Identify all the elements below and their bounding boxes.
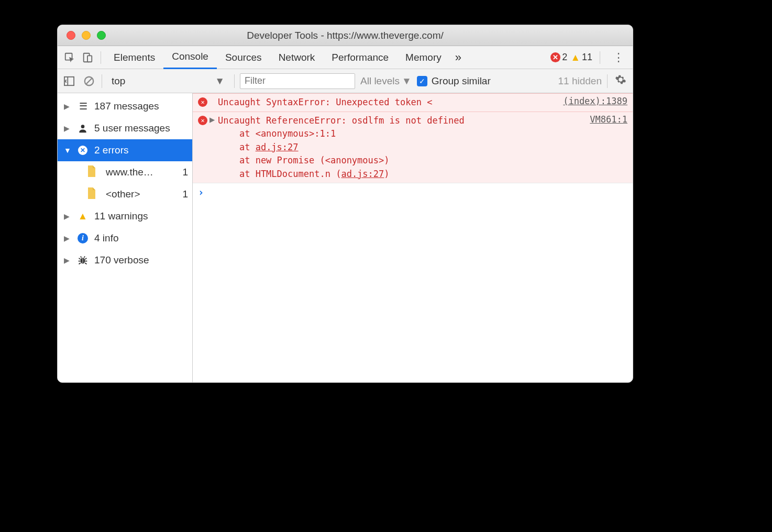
context-selector[interactable]: top ▼	[107, 75, 229, 87]
inspect-element-icon[interactable]	[61, 49, 79, 66]
expand-icon: ▶	[64, 256, 71, 264]
tab-console[interactable]: Console	[163, 46, 217, 69]
device-toolbar-icon[interactable]	[79, 49, 96, 66]
window-title: Developer Tools - https://www.theverge.c…	[58, 30, 633, 41]
toggle-sidebar-icon[interactable]	[62, 76, 76, 86]
error-icon: ✕	[550, 52, 560, 62]
log-source-link[interactable]: (index):1389	[563, 96, 627, 109]
sidebar-item-verbose[interactable]: ▶ 170 verbose	[58, 249, 192, 271]
sidebar-item-warnings[interactable]: ▶ ▲ 11 warnings	[58, 205, 192, 227]
console-toolbar: top ▼ All levels ▼ ✓ Group similar 11 hi…	[58, 69, 633, 93]
list-icon: ☰	[76, 101, 89, 112]
error-count: 2	[562, 52, 567, 63]
context-label: top	[112, 75, 125, 87]
error-icon: ✕	[76, 146, 89, 155]
log-error-row[interactable]: ✕ Uncaught SyntaxError: Unexpected token…	[193, 93, 633, 112]
filter-input[interactable]	[240, 73, 355, 89]
error-icon: ✕	[198, 114, 209, 125]
sidebar-item-label: 5 user messages	[94, 123, 170, 134]
levels-label: All levels	[360, 75, 400, 87]
log-source-link[interactable]: VM861:1	[590, 114, 627, 125]
expand-icon[interactable]: ▶	[209, 114, 218, 125]
tab-elements[interactable]: Elements	[105, 46, 163, 69]
warning-count: 11	[582, 52, 592, 63]
console-settings-icon[interactable]	[613, 74, 628, 88]
person-icon	[76, 123, 89, 134]
tab-sources[interactable]: Sources	[217, 46, 270, 69]
group-similar-checkbox[interactable]: ✓ Group similar	[417, 75, 491, 87]
tab-memory[interactable]: Memory	[397, 46, 450, 69]
divider	[102, 74, 102, 88]
sidebar-item-info[interactable]: ▶ i 4 info	[58, 227, 192, 249]
expand-icon: ▶	[64, 124, 71, 132]
sidebar-item-label: 4 info	[94, 232, 118, 244]
source-count: 1	[182, 189, 188, 200]
file-icon	[87, 187, 96, 202]
sidebar-item-errors[interactable]: ▼ ✕ 2 errors	[58, 139, 192, 161]
stack-link[interactable]: ad.js:27	[256, 142, 299, 152]
log-levels-selector[interactable]: All levels ▼	[360, 75, 412, 87]
devtools-menu-button[interactable]: ⋮	[608, 51, 630, 64]
sidebar-error-source[interactable]: <other> 1	[58, 183, 192, 205]
spacer	[209, 96, 218, 109]
svg-point-7	[81, 125, 85, 128]
divider	[101, 51, 101, 64]
checkbox-checked-icon: ✓	[417, 76, 427, 86]
chevron-down-icon: ▼	[402, 75, 412, 87]
hidden-count-label[interactable]: 11 hidden	[558, 75, 602, 87]
sidebar-item-label: 170 verbose	[94, 254, 149, 266]
svg-rect-2	[87, 56, 92, 62]
divider	[607, 74, 608, 88]
devtools-window: Developer Tools - https://www.theverge.c…	[57, 25, 633, 383]
error-count-badge[interactable]: ✕ 2	[550, 52, 567, 63]
file-icon	[87, 165, 96, 180]
tabs-overflow-button[interactable]: »	[450, 51, 467, 64]
sidebar-item-user-messages[interactable]: ▶ 5 user messages	[58, 117, 192, 139]
expand-icon: ▶	[64, 212, 71, 220]
console-main: ▶ ☰ 187 messages ▶ 5 user messages ▼ ✕ 2…	[58, 93, 633, 382]
console-sidebar: ▶ ☰ 187 messages ▶ 5 user messages ▼ ✕ 2…	[58, 93, 193, 382]
group-similar-label: Group similar	[432, 75, 491, 87]
clear-console-icon[interactable]	[82, 75, 96, 87]
stack-link[interactable]: ad.js:27	[341, 169, 384, 179]
expand-icon: ▶	[64, 234, 71, 242]
bug-icon	[76, 255, 89, 265]
collapse-icon: ▼	[64, 146, 71, 154]
sidebar-error-source[interactable]: www.the… 1	[58, 161, 192, 183]
divider	[234, 74, 235, 88]
titlebar: Developer Tools - https://www.theverge.c…	[58, 25, 633, 46]
source-count: 1	[182, 167, 188, 178]
devtools-tabbar: Elements Console Sources Network Perform…	[58, 46, 633, 69]
error-icon: ✕	[198, 96, 209, 109]
sidebar-item-label: 187 messages	[94, 101, 159, 112]
console-prompt[interactable]: ›	[193, 183, 633, 201]
tab-network[interactable]: Network	[270, 46, 324, 69]
warning-icon: ▲	[570, 52, 580, 63]
log-error-row[interactable]: ✕ ▶ Uncaught ReferenceError: osdlfm is n…	[193, 112, 633, 183]
prompt-icon: ›	[198, 186, 204, 198]
svg-line-6	[86, 78, 92, 84]
chevron-down-icon: ▼	[215, 75, 225, 87]
expand-icon: ▶	[64, 102, 71, 110]
sidebar-item-label: 11 warnings	[94, 210, 148, 222]
console-log-pane: ✕ Uncaught SyntaxError: Unexpected token…	[193, 93, 633, 382]
sidebar-item-messages[interactable]: ▶ ☰ 187 messages	[58, 95, 192, 117]
log-message: Uncaught ReferenceError: osdlfm is not d…	[218, 114, 590, 181]
sidebar-item-label: 2 errors	[94, 145, 128, 156]
source-label: www.the…	[106, 167, 177, 178]
divider	[600, 51, 600, 64]
warning-icon: ▲	[76, 210, 89, 222]
tab-performance[interactable]: Performance	[323, 46, 397, 69]
source-label: <other>	[106, 189, 177, 200]
log-message: Uncaught SyntaxError: Unexpected token <	[218, 96, 563, 109]
info-icon: i	[76, 233, 89, 243]
warning-count-badge[interactable]: ▲ 11	[570, 52, 592, 63]
